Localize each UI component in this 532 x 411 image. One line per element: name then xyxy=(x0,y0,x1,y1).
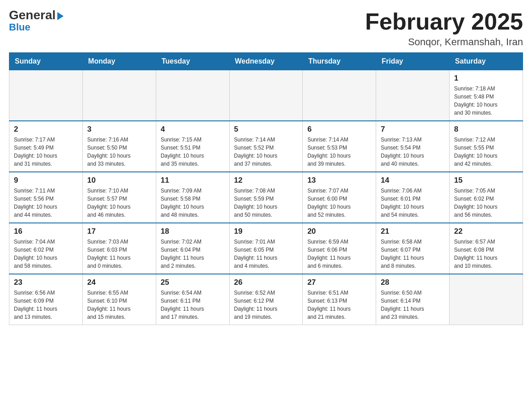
table-row: 25Sunrise: 6:54 AM Sunset: 6:11 PM Dayli… xyxy=(156,274,229,325)
day-number: 27 xyxy=(307,278,371,287)
table-row: 5Sunrise: 7:14 AM Sunset: 5:52 PM Daylig… xyxy=(229,121,303,172)
day-number: 24 xyxy=(87,278,151,287)
day-info: Sunrise: 6:59 AM Sunset: 6:06 PM Dayligh… xyxy=(307,238,371,270)
day-info: Sunrise: 7:15 AM Sunset: 5:51 PM Dayligh… xyxy=(161,136,225,168)
day-info: Sunrise: 7:02 AM Sunset: 6:04 PM Dayligh… xyxy=(161,238,225,270)
table-row: 13Sunrise: 7:07 AM Sunset: 6:00 PM Dayli… xyxy=(303,172,376,223)
table-row xyxy=(229,70,303,121)
col-thursday: Thursday xyxy=(303,53,376,70)
day-number: 5 xyxy=(234,125,298,134)
table-row: 17Sunrise: 7:03 AM Sunset: 6:03 PM Dayli… xyxy=(82,223,156,274)
table-row: 12Sunrise: 7:08 AM Sunset: 5:59 PM Dayli… xyxy=(229,172,303,223)
table-row: 18Sunrise: 7:02 AM Sunset: 6:04 PM Dayli… xyxy=(156,223,229,274)
day-info: Sunrise: 7:13 AM Sunset: 5:54 PM Dayligh… xyxy=(381,136,445,168)
day-number: 15 xyxy=(454,176,518,185)
table-row xyxy=(450,274,523,325)
col-friday: Friday xyxy=(376,53,450,70)
day-number: 7 xyxy=(381,125,445,134)
table-row xyxy=(9,70,83,121)
day-info: Sunrise: 7:14 AM Sunset: 5:53 PM Dayligh… xyxy=(307,136,371,168)
table-row: 11Sunrise: 7:09 AM Sunset: 5:58 PM Dayli… xyxy=(156,172,229,223)
day-number: 11 xyxy=(161,176,225,185)
calendar-table: Sunday Monday Tuesday Wednesday Thursday… xyxy=(9,52,523,325)
day-number: 19 xyxy=(234,227,298,236)
day-number: 2 xyxy=(14,125,78,134)
page-header: General Blue February 2025 Sonqor, Kerma… xyxy=(9,9,523,48)
day-info: Sunrise: 7:09 AM Sunset: 5:58 PM Dayligh… xyxy=(161,187,225,219)
table-row: 23Sunrise: 6:56 AM Sunset: 6:09 PM Dayli… xyxy=(9,274,83,325)
day-number: 13 xyxy=(307,176,371,185)
table-row: 22Sunrise: 6:57 AM Sunset: 6:08 PM Dayli… xyxy=(450,223,523,274)
day-number: 20 xyxy=(307,227,371,236)
calendar-week-row: 16Sunrise: 7:04 AM Sunset: 6:02 PM Dayli… xyxy=(9,223,523,274)
day-number: 22 xyxy=(454,227,518,236)
calendar-week-row: 1Sunrise: 7:18 AM Sunset: 5:48 PM Daylig… xyxy=(9,70,523,121)
table-row: 15Sunrise: 7:05 AM Sunset: 6:02 PM Dayli… xyxy=(450,172,523,223)
table-row xyxy=(376,70,450,121)
table-row: 9Sunrise: 7:11 AM Sunset: 5:56 PM Daylig… xyxy=(9,172,83,223)
day-info: Sunrise: 7:07 AM Sunset: 6:00 PM Dayligh… xyxy=(307,187,371,219)
day-info: Sunrise: 7:17 AM Sunset: 5:49 PM Dayligh… xyxy=(14,136,78,168)
col-tuesday: Tuesday xyxy=(156,53,229,70)
day-info: Sunrise: 7:01 AM Sunset: 6:05 PM Dayligh… xyxy=(234,238,298,270)
table-row: 24Sunrise: 6:55 AM Sunset: 6:10 PM Dayli… xyxy=(82,274,156,325)
day-number: 23 xyxy=(14,278,78,287)
day-info: Sunrise: 7:10 AM Sunset: 5:57 PM Dayligh… xyxy=(87,187,151,219)
day-number: 12 xyxy=(234,176,298,185)
col-sunday: Sunday xyxy=(9,53,83,70)
day-number: 10 xyxy=(87,176,151,185)
day-info: Sunrise: 6:54 AM Sunset: 6:11 PM Dayligh… xyxy=(161,289,225,321)
day-info: Sunrise: 6:52 AM Sunset: 6:12 PM Dayligh… xyxy=(234,289,298,321)
day-info: Sunrise: 7:08 AM Sunset: 5:59 PM Dayligh… xyxy=(234,187,298,219)
day-number: 26 xyxy=(234,278,298,287)
day-number: 14 xyxy=(381,176,445,185)
day-number: 21 xyxy=(381,227,445,236)
table-row: 8Sunrise: 7:12 AM Sunset: 5:55 PM Daylig… xyxy=(450,121,523,172)
day-number: 17 xyxy=(87,227,151,236)
logo-blue-text: Blue xyxy=(9,21,30,33)
day-info: Sunrise: 7:16 AM Sunset: 5:50 PM Dayligh… xyxy=(87,136,151,168)
calendar-header-row: Sunday Monday Tuesday Wednesday Thursday… xyxy=(9,53,523,70)
day-number: 28 xyxy=(381,278,445,287)
table-row xyxy=(303,70,376,121)
day-info: Sunrise: 7:04 AM Sunset: 6:02 PM Dayligh… xyxy=(14,238,78,270)
table-row: 26Sunrise: 6:52 AM Sunset: 6:12 PM Dayli… xyxy=(229,274,303,325)
table-row: 2Sunrise: 7:17 AM Sunset: 5:49 PM Daylig… xyxy=(9,121,83,172)
day-info: Sunrise: 6:55 AM Sunset: 6:10 PM Dayligh… xyxy=(87,289,151,321)
day-number: 16 xyxy=(14,227,78,236)
table-row xyxy=(82,70,156,121)
month-title: February 2025 xyxy=(365,9,523,34)
table-row: 3Sunrise: 7:16 AM Sunset: 5:50 PM Daylig… xyxy=(82,121,156,172)
day-number: 9 xyxy=(14,176,78,185)
day-info: Sunrise: 7:14 AM Sunset: 5:52 PM Dayligh… xyxy=(234,136,298,168)
day-info: Sunrise: 6:51 AM Sunset: 6:13 PM Dayligh… xyxy=(307,289,371,321)
table-row: 28Sunrise: 6:50 AM Sunset: 6:14 PM Dayli… xyxy=(376,274,450,325)
table-row: 10Sunrise: 7:10 AM Sunset: 5:57 PM Dayli… xyxy=(82,172,156,223)
col-monday: Monday xyxy=(82,53,156,70)
day-number: 25 xyxy=(161,278,225,287)
day-info: Sunrise: 7:05 AM Sunset: 6:02 PM Dayligh… xyxy=(454,187,518,219)
logo: General Blue xyxy=(9,9,64,33)
table-row: 27Sunrise: 6:51 AM Sunset: 6:13 PM Dayli… xyxy=(303,274,376,325)
day-number: 3 xyxy=(87,125,151,134)
col-saturday: Saturday xyxy=(450,53,523,70)
table-row: 19Sunrise: 7:01 AM Sunset: 6:05 PM Dayli… xyxy=(229,223,303,274)
day-info: Sunrise: 7:06 AM Sunset: 6:01 PM Dayligh… xyxy=(381,187,445,219)
day-info: Sunrise: 6:56 AM Sunset: 6:09 PM Dayligh… xyxy=(14,289,78,321)
calendar-week-row: 9Sunrise: 7:11 AM Sunset: 5:56 PM Daylig… xyxy=(9,172,523,223)
location: Sonqor, Kermanshah, Iran xyxy=(365,36,523,48)
day-info: Sunrise: 7:12 AM Sunset: 5:55 PM Dayligh… xyxy=(454,136,518,168)
table-row: 7Sunrise: 7:13 AM Sunset: 5:54 PM Daylig… xyxy=(376,121,450,172)
table-row: 21Sunrise: 6:58 AM Sunset: 6:07 PM Dayli… xyxy=(376,223,450,274)
table-row xyxy=(156,70,229,121)
table-row: 16Sunrise: 7:04 AM Sunset: 6:02 PM Dayli… xyxy=(9,223,83,274)
day-info: Sunrise: 7:18 AM Sunset: 5:48 PM Dayligh… xyxy=(454,85,518,117)
day-info: Sunrise: 7:03 AM Sunset: 6:03 PM Dayligh… xyxy=(87,238,151,270)
day-info: Sunrise: 7:11 AM Sunset: 5:56 PM Dayligh… xyxy=(14,187,78,219)
table-row: 20Sunrise: 6:59 AM Sunset: 6:06 PM Dayli… xyxy=(303,223,376,274)
logo-general: General xyxy=(9,9,64,21)
day-info: Sunrise: 6:50 AM Sunset: 6:14 PM Dayligh… xyxy=(381,289,445,321)
calendar-week-row: 23Sunrise: 6:56 AM Sunset: 6:09 PM Dayli… xyxy=(9,274,523,325)
day-number: 8 xyxy=(454,125,518,134)
title-area: February 2025 Sonqor, Kermanshah, Iran xyxy=(365,9,523,48)
